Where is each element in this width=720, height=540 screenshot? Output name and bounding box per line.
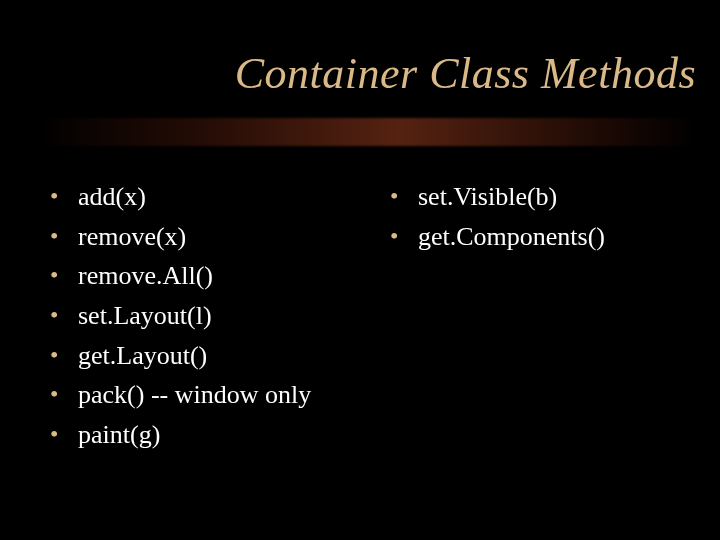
left-column: • add(x) • remove(x) • remove.All() • se… [50, 178, 390, 456]
list-item-label: set.Layout(l) [78, 297, 390, 335]
list-item: • add(x) [50, 178, 390, 216]
bullet-icon: • [50, 178, 78, 215]
list-item: • pack() -- window only [50, 376, 390, 414]
list-item: • get.Layout() [50, 337, 390, 375]
list-item: • paint(g) [50, 416, 390, 454]
list-item-label: set.Visible(b) [418, 178, 690, 216]
bullet-icon: • [50, 337, 78, 374]
bullet-icon: • [390, 178, 418, 215]
slide: Container Class Methods • add(x) • remov… [0, 0, 720, 540]
list-item: • set.Visible(b) [390, 178, 690, 216]
list-item: • set.Layout(l) [50, 297, 390, 335]
list-item-label: remove(x) [78, 218, 390, 256]
list-item-label: get.Layout() [78, 337, 390, 375]
list-item: • get.Components() [390, 218, 690, 256]
bullet-icon: • [50, 376, 78, 413]
slide-title: Container Class Methods [0, 48, 696, 99]
list-item-label: paint(g) [78, 416, 390, 454]
list-item-label: add(x) [78, 178, 390, 216]
bullet-icon: • [50, 297, 78, 334]
bullet-icon: • [390, 218, 418, 255]
bullet-icon: • [50, 218, 78, 255]
list-item: • remove(x) [50, 218, 390, 256]
list-item-label: pack() -- window only [78, 376, 390, 414]
bullet-icon: • [50, 257, 78, 294]
bullet-icon: • [50, 416, 78, 453]
list-item-label: get.Components() [418, 218, 690, 256]
right-column: • set.Visible(b) • get.Components() [390, 178, 690, 456]
list-item-label: remove.All() [78, 257, 390, 295]
list-item: • remove.All() [50, 257, 390, 295]
title-underline [36, 118, 696, 146]
slide-body: • add(x) • remove(x) • remove.All() • se… [50, 178, 690, 456]
